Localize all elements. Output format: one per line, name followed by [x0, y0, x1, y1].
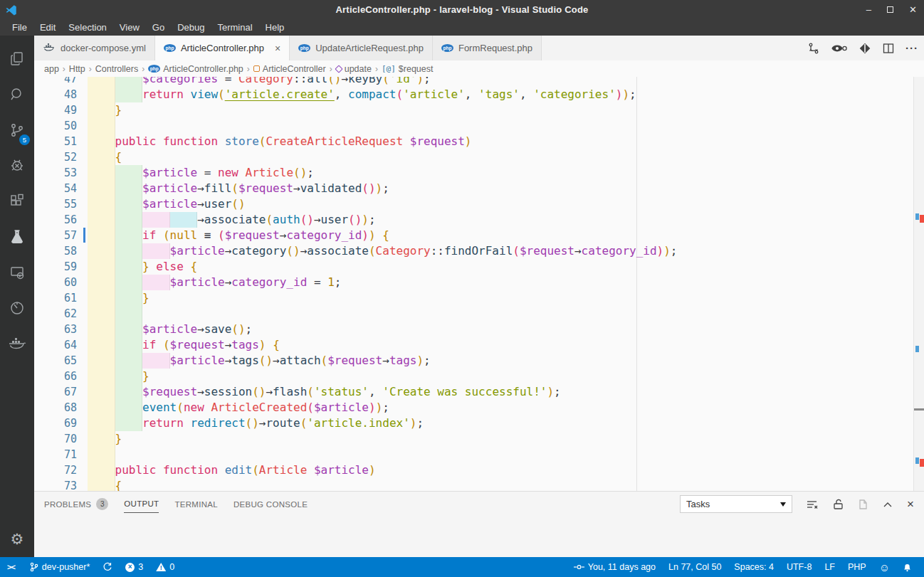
code-text[interactable]: $article→category_id = 1;	[88, 275, 341, 290]
tab-FormRequest.php[interactable]: phpFormRequest.php	[433, 36, 542, 60]
code-text[interactable]: }	[88, 431, 122, 447]
code-text[interactable]: }	[88, 290, 149, 306]
code-text[interactable]: $article→save();	[88, 322, 252, 337]
tab-UpdateArticleRequest.php[interactable]: phpUpdateArticleRequest.php	[290, 36, 433, 60]
status-language-mode[interactable]: PHP	[841, 557, 873, 577]
status-sync[interactable]	[96, 557, 119, 577]
breadcrumb-item-ArticleController[interactable]: ArticleController	[253, 64, 326, 74]
panel-tab-terminal[interactable]: TERMINAL	[174, 496, 218, 513]
php-file-icon: php	[148, 65, 160, 73]
status-errors[interactable]: ×3	[119, 557, 149, 577]
breadcrumb-item-ArticleController.php[interactable]: phpArticleController.php	[148, 64, 243, 74]
breadcrumb-item-request[interactable]: [@]$request	[382, 64, 434, 74]
remote-explorer-icon[interactable]	[0, 256, 34, 289]
split-editor-icon[interactable]	[883, 43, 894, 54]
breadcrumb-item-Http[interactable]: Http	[69, 64, 85, 74]
code-line-54: 54 $article→fill($request→validated());	[34, 181, 924, 196]
line-number: 65	[34, 353, 77, 369]
code-text[interactable]: return redirect()→route('article.index')…	[88, 415, 424, 431]
code-line-47: 47 $categories = Category::all()→keyBy('…	[34, 77, 924, 87]
breadcrumb-label: update	[345, 64, 372, 74]
toggle-blame-eye-icon[interactable]	[831, 43, 847, 54]
code-text[interactable]: public function edit(Article $article)	[88, 462, 376, 478]
panel-tab-output[interactable]: OUTPUT	[124, 495, 159, 513]
code-line-59: 59 } else {	[34, 259, 924, 275]
code-text[interactable]: $article→user()	[88, 196, 246, 212]
settings-gear-icon[interactable]: ⚙	[0, 527, 34, 551]
breadcrumb-item-Controllers[interactable]: Controllers	[95, 64, 138, 74]
breadcrumb-label: $request	[399, 64, 434, 74]
line-number: 72	[34, 462, 77, 478]
minimize-button[interactable]: –	[866, 0, 871, 19]
debug-icon[interactable]	[0, 149, 34, 182]
output-channel-select[interactable]: Tasks	[680, 495, 792, 513]
code-line-70: 70 }	[34, 431, 924, 447]
code-text[interactable]: {	[88, 478, 122, 491]
search-icon[interactable]	[0, 78, 34, 111]
breadcrumb-item-app[interactable]: app	[44, 64, 59, 74]
maximize-button[interactable]	[887, 6, 893, 13]
overview-ruler[interactable]	[913, 77, 924, 491]
status-remote-indicator[interactable]: ><	[0, 557, 23, 577]
menu-file[interactable]: File	[6, 21, 33, 34]
code-text[interactable]: →associate(auth()→user());	[88, 212, 376, 228]
menu-view[interactable]: View	[113, 21, 146, 34]
menu-debug[interactable]: Debug	[171, 21, 211, 34]
code-text[interactable]: }	[88, 369, 149, 384]
indent-strip	[88, 306, 115, 322]
clear-output-icon[interactable]	[807, 499, 819, 509]
open-log-file-icon[interactable]	[858, 499, 868, 510]
code-text[interactable]: $article→tags()→attach($request→tags);	[88, 353, 431, 369]
code-text[interactable]: }	[88, 102, 122, 118]
code-text[interactable]: } else {	[88, 259, 197, 275]
tab-docker-compose.yml[interactable]: docker-compose.yml	[34, 36, 155, 60]
status-cursor-position[interactable]: Ln 77, Col 50	[662, 557, 728, 577]
unlock-scroll-icon[interactable]	[833, 499, 844, 510]
source-control-graph-icon[interactable]	[807, 42, 820, 55]
code-text[interactable]: return view('article.create', compact('a…	[88, 87, 636, 102]
code-text[interactable]: $request→session()→flash('status', 'Crea…	[88, 384, 561, 400]
menu-help[interactable]: Help	[259, 21, 291, 34]
status-blame-info[interactable]: You, 11 days ago	[567, 557, 662, 577]
extensions-icon[interactable]	[0, 185, 34, 218]
status-warnings[interactable]: !0	[149, 557, 181, 577]
status-notifications[interactable]	[896, 557, 918, 577]
menu-terminal[interactable]: Terminal	[211, 21, 258, 34]
breadcrumb-item-update[interactable]: update	[336, 64, 372, 74]
menu-edit[interactable]: Edit	[33, 21, 62, 34]
test-flask-icon[interactable]	[0, 221, 34, 253]
performance-gauge-icon[interactable]	[0, 292, 34, 324]
status-eol[interactable]: LF	[818, 557, 841, 577]
close-panel-icon[interactable]: ×	[907, 497, 914, 512]
tab-ArticleController.php[interactable]: phpArticleController.php×	[155, 36, 290, 60]
maximize-panel-icon[interactable]	[883, 501, 893, 508]
code-text[interactable]: $article = new Article();	[88, 165, 314, 181]
code-text[interactable]: public function store(CreateArticleReque…	[88, 134, 471, 149]
menu-selection[interactable]: Selection	[62, 21, 112, 34]
more-actions-icon[interactable]: ···	[905, 42, 918, 54]
code-text[interactable]: $categories = Category::all()→keyBy('id'…	[88, 77, 431, 87]
explorer-icon[interactable]	[0, 43, 34, 75]
status-git-branch[interactable]: dev-pusher*	[23, 557, 96, 577]
panel-tab-problems[interactable]: PROBLEMS3	[44, 494, 108, 514]
code-line-57: 57 if (null ≡ ($request→category_id)) {	[34, 228, 924, 243]
docker-icon[interactable]	[0, 327, 34, 360]
tab-close-icon[interactable]: ×	[275, 43, 280, 54]
git-compare-icon[interactable]	[859, 42, 871, 55]
code-text[interactable]: if (null ≡ ($request→category_id)) {	[88, 228, 389, 243]
code-text[interactable]: if ($request→tags) {	[88, 337, 280, 353]
code-text[interactable]: {	[88, 149, 122, 165]
status-encoding[interactable]: UTF-8	[780, 557, 818, 577]
source-control-icon[interactable]: 5	[0, 114, 34, 147]
code-text[interactable]: $article→fill($request→validated());	[88, 181, 389, 196]
status-indentation[interactable]: Spaces: 4	[728, 557, 780, 577]
close-button[interactable]: ✕	[909, 0, 917, 19]
code-text[interactable]: event(new ArticleCreated($article));	[88, 400, 389, 415]
menu-go[interactable]: Go	[146, 21, 171, 34]
status-feedback[interactable]: ☺	[873, 557, 896, 577]
panel-tab-debug-console[interactable]: DEBUG CONSOLE	[233, 496, 308, 513]
status-label: 3	[138, 562, 143, 572]
window-title: ArticleController.php - laravel-blog - V…	[0, 4, 924, 15]
code-text[interactable]: $article→category()→associate(Category::…	[88, 243, 678, 259]
tab-label: FormRequest.php	[458, 43, 532, 53]
